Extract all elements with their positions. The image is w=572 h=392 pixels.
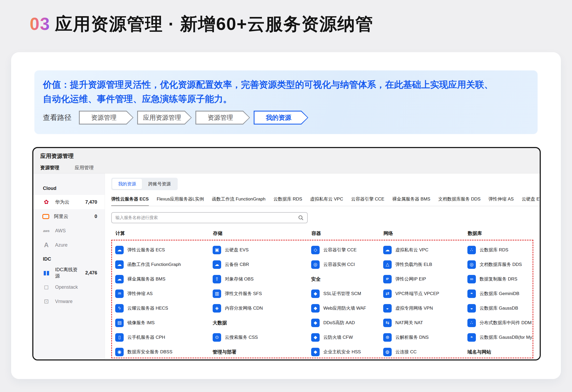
service-item[interactable]: ♒弹性伸缩 AS xyxy=(115,286,213,301)
sidebar-item-alibaba-cloud[interactable]: 阿里云0 xyxy=(33,209,105,224)
service-item[interactable]: ∞数据复制服务 DRS xyxy=(467,272,533,286)
service-item[interactable]: ◒虚拟专用网络 VPN xyxy=(383,301,467,315)
provider-sidebar: Cloud✿华为云7,470阿里云0awsAWSAAzureIDC▮▮IDC离线… xyxy=(33,173,105,359)
service-item[interactable]: ☁虚拟私有云 VPC xyxy=(383,243,467,257)
service-item-label: 对象存储 OBS xyxy=(225,276,254,282)
service-item[interactable]: ◎云容器实例 CCI xyxy=(311,257,383,272)
css-search-icon: ⊙ xyxy=(213,333,221,342)
service-tab[interactable]: 云硬盘 EVS xyxy=(522,196,540,206)
service-item[interactable]: IP弹性公网IP EIP xyxy=(383,272,467,286)
service-item[interactable]: ⇄VPC终端节点 VPCEP xyxy=(383,286,467,301)
service-item[interactable]: ◉数据库安全服务 DBSS xyxy=(115,345,213,358)
service-item[interactable]: ∴云数据库 RDS xyxy=(467,243,533,257)
sfs-folder-icon: ▥ xyxy=(213,289,221,298)
service-item[interactable]: ◆企业主机安全 HSS xyxy=(311,345,383,358)
category-header: 网络 xyxy=(383,230,468,237)
service-tab[interactable]: 函数工作流 FunctionGraph xyxy=(212,196,265,206)
content-card: 价值：提升资源管理灵活性，优化资源配置效率，完善资源类型的可视化与纳管体系，在此… xyxy=(11,52,561,379)
category-column: ☁虚拟私有云 VPC△弹性负载均衡 ELBIP弹性公网IP EIP⇄VPC终端节… xyxy=(383,243,467,358)
cc-connect-icon: ◍ xyxy=(383,348,392,356)
cfw-shield-icon: ◆ xyxy=(311,333,320,342)
category-header: 存储 xyxy=(213,230,311,237)
bms-cloud-icon: ☁ xyxy=(115,275,124,283)
service-tab[interactable]: 虚拟私有云 VPC xyxy=(310,196,343,206)
service-item[interactable]: ⊙云搜索服务 CSS xyxy=(213,330,311,345)
service-item[interactable]: ϟ云耀云服务器 HECS xyxy=(115,301,213,315)
hecs-flash-icon: ϟ xyxy=(115,304,124,313)
sidebar-item-azure[interactable]: AAzure xyxy=(33,238,105,252)
nat-gateway-icon: ⇆ xyxy=(383,319,392,327)
service-item[interactable]: ◆云防火墙 CFW xyxy=(311,330,383,345)
service-item[interactable]: △弹性负载均衡 ELB xyxy=(383,257,467,272)
service-item[interactable]: ☁裸金属服务器 BMS xyxy=(115,272,213,286)
service-item-label: 弹性伸缩 AS xyxy=(127,291,153,297)
service-item[interactable]: ◆Web应用防火墙 WAF xyxy=(311,301,383,315)
ddm-middleware-icon: ∴ xyxy=(467,319,476,327)
search-icon[interactable] xyxy=(298,215,303,220)
service-item[interactable]: ⊛云解析服务 DNS xyxy=(383,330,467,345)
service-tab[interactable]: 云容器引擎 CCE xyxy=(351,196,385,206)
service-item[interactable]: ▤镜像服务 IMS xyxy=(115,315,213,330)
as-scaling-icon: ♒ xyxy=(115,289,124,298)
path-step[interactable]: 资源管理 xyxy=(79,111,133,124)
service-item-label: 弹性公网IP EIP xyxy=(395,276,426,282)
service-tab[interactable]: 弹性云服务器 ECS xyxy=(111,196,149,206)
service-tab[interactable]: 云数据库 RDS xyxy=(273,196,302,206)
path-step-label: 应用资源管理 xyxy=(143,113,181,122)
service-tab[interactable]: 弹性伸缩 AS xyxy=(489,196,514,206)
service-item[interactable]: ⇆NAT网关 NAT xyxy=(383,315,467,330)
sidebar-section-header: IDC xyxy=(33,256,105,262)
path-step[interactable]: 资源管理 xyxy=(195,111,250,124)
path-step-body: 资源管理 xyxy=(80,112,133,124)
title-number: 03 xyxy=(30,14,50,34)
search-input[interactable] xyxy=(115,215,298,220)
sidebar-item-openstack[interactable]: ◻Openstack xyxy=(33,280,105,294)
sidebar-item-vmware[interactable]: ⊡Vmware xyxy=(33,294,105,309)
service-item[interactable]: ☁函数工作流 FunctionGraph xyxy=(115,257,213,272)
path-step[interactable]: 我的资源 xyxy=(254,111,308,124)
service-item[interactable]: ◆DDoS高防 AAD xyxy=(311,315,383,330)
resource-count: 2,476 xyxy=(85,270,97,276)
service-item[interactable]: ◓云数据库 GeminiDB xyxy=(467,286,533,301)
resource-content: 我的资源跨账号资源 弹性云服务器 ECSFlexus应用服务器L实例函数工作流 … xyxy=(105,173,540,359)
waf-shield-icon: ◆ xyxy=(311,304,320,313)
service-item[interactable]: ▥弹性文件服务 SFS xyxy=(213,286,311,301)
elb-balance-icon: △ xyxy=(383,260,392,269)
service-item-label: 云连接 CC xyxy=(395,349,417,355)
service-item[interactable]: ◍云连接 CC xyxy=(383,345,467,358)
service-item[interactable]: ▣云硬盘 EVS xyxy=(213,243,311,257)
service-item[interactable]: ◈内容分发网络 CDN xyxy=(213,301,311,315)
service-item[interactable]: ⇧对象存储 OBS xyxy=(213,272,311,286)
service-item-label: Web应用防火墙 WAF xyxy=(323,305,366,311)
service-item[interactable]: ☁云备份 CBR xyxy=(213,257,311,272)
sidebar-section-header: Cloud xyxy=(33,186,105,191)
service-tab[interactable]: Flexus应用服务器L实例 xyxy=(157,196,204,206)
service-item[interactable]: ◎文档数据库服务 DDS xyxy=(467,257,533,272)
service-item[interactable]: ◒云数据库 GaussDB xyxy=(467,301,533,315)
path-step-body: 应用资源管理 xyxy=(138,112,191,124)
path-step-label: 资源管理 xyxy=(91,113,117,122)
sidebar-item-aws[interactable]: awsAWS xyxy=(33,224,105,238)
service-item[interactable]: ◓云数据库 GaussDB(for MySQL) xyxy=(467,330,533,345)
panel-tab-application[interactable]: 应用管理 xyxy=(75,164,94,175)
cph-phone-icon: ▯ xyxy=(115,333,124,342)
sidebar-item-huawei-cloud[interactable]: ✿华为云7,470 xyxy=(33,195,105,209)
gaussdb-mysql-icon: ◓ xyxy=(467,333,476,342)
panel-body: Cloud✿华为云7,470阿里云0awsAWSAAzureIDC▮▮IDC离线… xyxy=(33,173,540,359)
value-box: 价值：提升资源管理灵活性，优化资源配置效率，完善资源类型的可视化与纳管体系，在此… xyxy=(34,70,538,135)
service-item-label: 弹性文件服务 SFS xyxy=(225,291,262,297)
service-item[interactable]: ∴分布式数据库中间件 DDM xyxy=(467,315,533,330)
service-item[interactable]: ☁弹性云服务器 ECS xyxy=(115,243,213,257)
path-step[interactable]: 应用资源管理 xyxy=(137,111,192,124)
service-item-label: 云数据库 GaussDB(for MySQL) xyxy=(480,334,533,340)
service-tab[interactable]: 裸金属服务器 BMS xyxy=(392,196,430,206)
scope-tab[interactable]: 跨账号资源 xyxy=(142,179,177,189)
ims-image-icon: ▤ xyxy=(115,319,124,327)
scope-tab[interactable]: 我的资源 xyxy=(112,179,142,189)
service-item[interactable]: ◇云容器引擎 CCE xyxy=(311,243,383,257)
service-tab[interactable]: 文档数据库服务 DDS xyxy=(438,196,481,206)
sidebar-item-idc-offline[interactable]: ▮▮IDC离线资源2,476 xyxy=(33,266,105,280)
service-item[interactable]: ▯云手机服务器 CPH xyxy=(115,330,213,345)
cdn-network-icon: ◈ xyxy=(213,304,221,313)
service-item[interactable]: ◆SSL证书管理 SCM xyxy=(311,286,383,301)
